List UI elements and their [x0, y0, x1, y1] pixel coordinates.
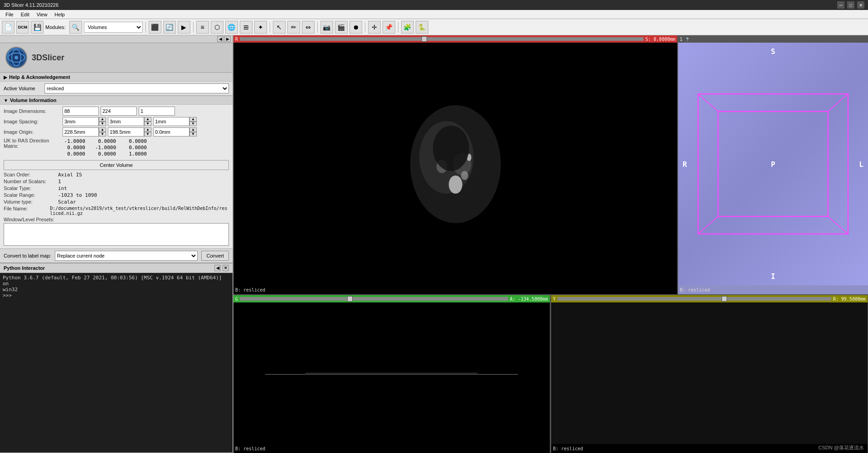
modules-label: Modules:	[45, 24, 66, 30]
toolbar-list-icon[interactable]: ≡	[196, 21, 209, 34]
menu-edit[interactable]: Edit	[17, 11, 33, 18]
toolbar-refresh-icon[interactable]: 🔄	[163, 21, 176, 34]
toolbar-extension-icon[interactable]: 🧩	[401, 21, 414, 34]
spacing-y-up[interactable]: ▲	[144, 117, 151, 122]
spacing-y-down[interactable]: ▼	[144, 122, 151, 126]
origin-y-down[interactable]: ▼	[144, 132, 151, 136]
viewer-3d-label: B: resliced	[680, 287, 710, 292]
toolbar-forward-icon[interactable]: ▶	[178, 21, 190, 34]
origin-z[interactable]	[153, 127, 189, 136]
image-dimensions-label: Image Dimensions:	[4, 108, 63, 114]
logo-area: 3DSlicer	[0, 43, 233, 73]
origin-x-up[interactable]: ▲	[99, 127, 106, 132]
spacing-x-up[interactable]: ▲	[99, 117, 106, 122]
svg-rect-13	[698, 94, 848, 234]
modules-select[interactable]: Volumes	[84, 22, 143, 33]
yellow-thumb[interactable]	[722, 296, 727, 302]
viewer-green[interactable]: G A: -134.5000mm B: resliced	[233, 295, 550, 453]
convert-select[interactable]: Replace current node	[55, 251, 198, 261]
app-name: 3DSlicer	[32, 53, 64, 63]
toolbar-dcm-icon[interactable]: DCM	[16, 21, 29, 34]
yellow-slider[interactable]	[558, 297, 831, 301]
spacing-x-down[interactable]: ▼	[99, 122, 106, 126]
scan-order-label: Scan Order:	[4, 172, 58, 178]
viewer-3d[interactable]: 1 🔭 S I R L P	[678, 35, 868, 294]
origin-y[interactable]	[108, 127, 144, 136]
red-slider[interactable]	[240, 37, 644, 41]
matrix-21: 0.0000	[89, 151, 116, 157]
toolbar-markup-icon[interactable]: ✏	[287, 21, 300, 34]
toolbar-video-icon[interactable]: 🎬	[335, 21, 348, 34]
menu-file[interactable]: File	[2, 11, 17, 18]
origin-z-down[interactable]: ▼	[189, 132, 197, 136]
num-scalars-row: Number of Scalars: 1	[4, 179, 229, 185]
convert-button[interactable]: Convert	[201, 251, 229, 261]
titlebar: 3D Slicer 4.11.20210226 ─ □ ✕	[0, 0, 868, 10]
origin-x[interactable]	[63, 127, 99, 136]
help-section-header[interactable]: ▶ Help & Acknowledgement	[0, 73, 233, 82]
green-slice-value: A: -134.5000mm	[510, 297, 548, 302]
green-thumb[interactable]	[347, 296, 353, 302]
volume-info-header[interactable]: ▼ Volume Information	[0, 96, 233, 105]
python-collapse-btn[interactable]: ◀	[214, 265, 221, 271]
red-thumb[interactable]	[422, 36, 427, 42]
toolbar-transform-icon[interactable]: ⇔	[302, 21, 315, 34]
origin-z-spinners: ▲ ▼	[189, 127, 197, 136]
toolbar-select-icon[interactable]: ✦	[254, 21, 267, 34]
toolbar-save-icon[interactable]: 💾	[31, 21, 44, 34]
minimize-button[interactable]: ─	[837, 1, 844, 9]
toolbar-globe-icon[interactable]: 🌐	[225, 21, 238, 34]
titlebar-title: 3D Slicer 4.11.20210226	[4, 2, 58, 8]
spacing-z-up[interactable]: ▲	[189, 117, 197, 122]
origin-z-up[interactable]: ▲	[189, 127, 197, 132]
origin-x-spinners: ▲ ▼	[99, 127, 106, 136]
help-arrow: ▶	[4, 75, 7, 80]
spacing-z[interactable]	[153, 117, 189, 126]
scalar-type-value: int	[58, 185, 67, 191]
menu-view[interactable]: View	[33, 11, 51, 18]
toolbar-crosshair-icon[interactable]: ✛	[368, 21, 381, 34]
active-volume-select[interactable]: resliced	[44, 83, 229, 93]
toolbar-search-icon[interactable]: 🔍	[69, 21, 82, 34]
toolbar-cube-icon[interactable]: ⬡	[211, 21, 223, 34]
separator-5	[365, 22, 365, 33]
window-level-textarea[interactable]	[4, 223, 229, 246]
spacing-x[interactable]	[63, 117, 99, 126]
python-close-btn[interactable]: ✕	[223, 265, 229, 271]
menu-help[interactable]: Help	[51, 11, 68, 18]
center-volume-button[interactable]: Center Volume	[4, 160, 229, 170]
origin-x-down[interactable]: ▼	[99, 132, 106, 136]
viewer-red[interactable]: R S: 0.0000mm	[233, 35, 678, 294]
green-slider[interactable]	[240, 297, 508, 301]
toolbar-grid-icon[interactable]: ⊞	[240, 21, 252, 34]
spacing-y[interactable]	[108, 117, 144, 126]
viewer-yellow[interactable]: Y R: 99.5000mm B: resliced CSDN @落花逐流水	[550, 295, 868, 453]
image-dim-y[interactable]	[101, 107, 137, 116]
toolbar-python-icon[interactable]: 🐍	[416, 21, 428, 34]
toolbar-screenshot-icon[interactable]: 📷	[320, 21, 333, 34]
python-header: Python Interactor ◀ ✕	[0, 263, 233, 273]
svg-line-15	[698, 94, 718, 112]
python-content[interactable]: Python 3.6.7 (default, Feb 27 2021, 00:0…	[0, 273, 233, 453]
toolbar-record-icon[interactable]: ⏺	[349, 21, 362, 34]
toolbar-nav-icon[interactable]: ⬛	[149, 21, 161, 34]
toolbar-fiducial-icon[interactable]: 📌	[383, 21, 395, 34]
image-dim-z[interactable]	[139, 107, 175, 116]
image-dim-x[interactable]	[63, 107, 99, 116]
panel-collapse-btn[interactable]: ◀	[217, 36, 223, 42]
maximize-button[interactable]: □	[847, 1, 854, 9]
scalar-type-label: Scalar Type:	[4, 185, 58, 191]
panel-scroll-area[interactable]: ▶ Help & Acknowledgement Active Volume r…	[0, 73, 233, 263]
matrix-20: 0.0000	[58, 151, 85, 157]
toolbar: 📄 DCM 💾 Modules: 🔍 Volumes ⬛ 🔄 ▶ ≡ ⬡ 🌐 ⊞…	[0, 19, 868, 35]
python-title: Python Interactor	[4, 265, 45, 271]
origin-y-up[interactable]: ▲	[144, 127, 151, 132]
direction-matrix-row: IJK to RAS Direction Matrix: -1.0000 0.0…	[4, 138, 229, 157]
spacing-z-down[interactable]: ▼	[189, 122, 197, 126]
volume-type-value: Scalar	[58, 199, 76, 205]
close-button[interactable]: ✕	[857, 1, 864, 9]
toolbar-cursor-icon[interactable]: ↖	[273, 21, 286, 34]
toolbar-file-icon[interactable]: 📄	[2, 21, 15, 34]
file-name-value: D:/documents/vs2019/vtk_test/vtkreslicer…	[50, 206, 229, 216]
panel-expand-btn[interactable]: ▶	[224, 36, 231, 42]
